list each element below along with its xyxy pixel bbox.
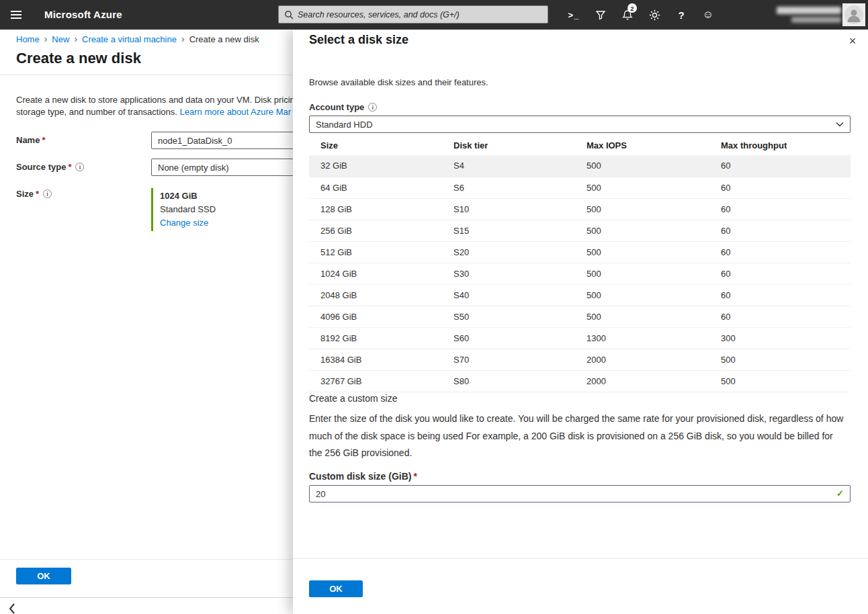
custom-size-field: ✓ — [309, 485, 851, 502]
ok-button[interactable]: OK — [16, 568, 71, 584]
table-row[interactable]: 2048 GiBS4050060 — [309, 284, 851, 306]
table-cell: S6 — [453, 177, 587, 198]
info-icon[interactable]: i — [43, 189, 52, 198]
table-cell: 500 — [721, 370, 851, 392]
size-tier: Standard SSD — [160, 203, 216, 216]
table-row[interactable]: 16384 GiBS702000500 — [309, 349, 851, 370]
custom-size-description: Enter the size of the disk you would lik… — [309, 410, 847, 462]
table-row[interactable]: 32767 GiBS802000500 — [309, 370, 851, 392]
divider — [0, 75, 293, 75]
account-type-select[interactable]: Standard HDD — [309, 116, 851, 133]
table-cell: 500 — [587, 306, 721, 327]
disk-size-table: SizeDisk tierMax IOPSMax throughput 32 G… — [309, 135, 851, 392]
table-header-row: SizeDisk tierMax IOPSMax throughput — [309, 135, 851, 155]
close-icon[interactable]: × — [844, 32, 861, 50]
global-search — [278, 5, 548, 24]
column-header: Size — [309, 135, 453, 155]
required-asterisk: * — [68, 162, 71, 172]
collapse-blade-icon[interactable] — [5, 602, 19, 614]
table-cell: S10 — [453, 198, 587, 220]
table-cell: 32 GiB — [309, 155, 453, 177]
source-type-select[interactable]: None (empty disk) — [151, 159, 293, 176]
table-cell: S40 — [453, 284, 587, 306]
topbar: Microsoft Azure >_ 2 ? ☺ — [0, 0, 868, 30]
table-cell: 500 — [587, 155, 721, 177]
breadcrumb-item[interactable]: Home — [16, 34, 40, 44]
table-row[interactable]: 64 GiBS650060 — [309, 177, 851, 198]
table-row[interactable]: 4096 GiBS5050060 — [309, 306, 851, 327]
directory-filter-icon[interactable] — [587, 0, 614, 30]
search-input[interactable] — [298, 10, 542, 19]
table-cell: 60 — [721, 241, 851, 263]
learn-more-link[interactable]: Learn more about Azure Mar — [180, 107, 291, 117]
table-row[interactable]: 1024 GiBS3050060 — [309, 263, 851, 284]
help-icon[interactable]: ? — [668, 0, 695, 30]
table-cell: 500 — [587, 177, 721, 198]
table-cell: 1300 — [587, 327, 721, 349]
avatar[interactable] — [842, 3, 865, 26]
selected-value: Standard HDD — [316, 120, 373, 130]
cloud-shell-icon[interactable]: >_ — [560, 0, 587, 30]
info-icon[interactable]: i — [75, 163, 84, 171]
custom-size-input[interactable] — [309, 485, 851, 502]
table-cell: 60 — [721, 155, 851, 177]
table-row[interactable]: 8192 GiBS601300300 — [309, 327, 851, 349]
divider — [0, 597, 293, 598]
table-cell: 512 GiB — [309, 241, 453, 263]
table-cell: 256 GiB — [309, 220, 453, 241]
disk-size-table-body: 32 GiBS45006064 GiBS650060128 GiBS105006… — [309, 155, 851, 392]
table-cell: 128 GiB — [309, 198, 453, 220]
table-cell: 32767 GiB — [309, 370, 453, 392]
feedback-smiley-icon[interactable]: ☺ — [695, 0, 722, 30]
notifications-bell-icon[interactable]: 2 — [614, 0, 641, 30]
required-asterisk: * — [36, 189, 39, 199]
panel-title: Select a disk size — [309, 33, 408, 47]
table-cell: 500 — [587, 198, 721, 220]
divider — [293, 558, 868, 559]
app-title: Microsoft Azure — [44, 9, 122, 20]
table-cell: 500 — [587, 241, 721, 263]
table-cell: 500 — [587, 263, 721, 284]
table-row[interactable]: 512 GiBS2050060 — [309, 241, 851, 263]
table-cell: 60 — [721, 177, 851, 198]
table-cell: S30 — [453, 263, 587, 284]
name-input[interactable] — [151, 132, 293, 149]
size-value: 1024 GiB — [160, 189, 216, 203]
table-cell: S50 — [453, 306, 587, 327]
custom-size-heading: Create a custom size — [309, 393, 398, 404]
hamburger-menu-icon[interactable] — [0, 0, 32, 30]
breadcrumb: Home›New›Create a virtual machine›Create… — [16, 34, 259, 44]
description-line: Create a new disk to store applications … — [16, 94, 293, 106]
column-header: Max IOPS — [587, 135, 721, 155]
account-info-redacted[interactable] — [770, 4, 841, 26]
table-cell: 4096 GiB — [309, 306, 453, 327]
table-cell: S70 — [453, 349, 587, 370]
info-icon[interactable]: i — [368, 103, 377, 112]
search-icon — [284, 10, 294, 19]
breadcrumb-item[interactable]: Create a virtual machine — [82, 34, 177, 44]
table-cell: 8192 GiB — [309, 327, 453, 349]
table-cell: 500 — [721, 349, 851, 370]
panel-ok-button[interactable]: OK — [309, 580, 363, 597]
page-title: Create a new disk — [16, 50, 141, 67]
table-cell: S80 — [453, 370, 587, 392]
change-size-link[interactable]: Change size — [160, 216, 216, 230]
table-cell: 60 — [721, 284, 851, 306]
label-text: Account type — [309, 102, 364, 112]
topbar-icons: >_ 2 ? ☺ — [560, 0, 722, 30]
table-cell: 64 GiB — [309, 177, 453, 198]
table-cell: 60 — [721, 306, 851, 327]
size-label: Size*i — [16, 189, 52, 199]
table-cell: 60 — [721, 220, 851, 241]
description-line: storage type, and number of transactions… — [16, 106, 293, 118]
table-row[interactable]: 256 GiBS1550060 — [309, 220, 851, 241]
settings-gear-icon[interactable] — [641, 0, 668, 30]
table-row[interactable]: 32 GiBS450060 — [309, 155, 851, 177]
table-row[interactable]: 128 GiBS1050060 — [309, 198, 851, 220]
table-cell: S4 — [453, 155, 587, 177]
breadcrumb-item[interactable]: New — [52, 34, 69, 44]
chevron-down-icon — [836, 122, 844, 127]
notification-badge: 2 — [627, 3, 637, 13]
table-cell: 500 — [587, 284, 721, 306]
redacted-account-line — [791, 17, 841, 23]
